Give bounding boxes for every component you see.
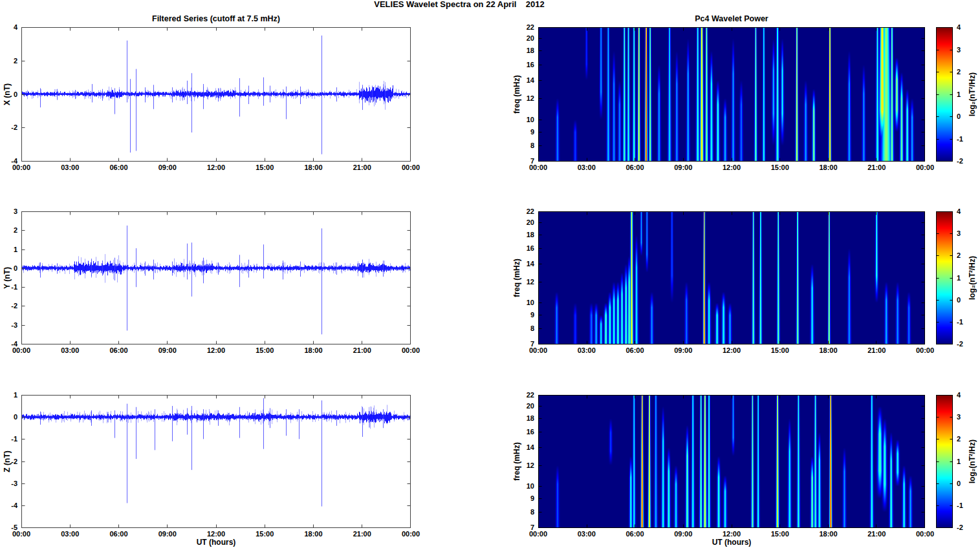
colorbar-tick-label: 3: [957, 414, 961, 421]
time-tick-label: 03:00: [61, 531, 79, 538]
time-tick-label: 00:00: [916, 164, 934, 171]
freq-tick-label: 9: [511, 128, 534, 135]
time-tick-label: 00:00: [916, 531, 934, 538]
time-tick-label: 12:00: [723, 531, 741, 538]
freq-tick-label: 10: [511, 299, 534, 306]
time-tick-label: 21:00: [353, 347, 371, 354]
y-tick-label: 0: [0, 414, 17, 421]
y-tick-label: -4: [0, 502, 17, 509]
time-tick-label: 09:00: [674, 164, 692, 171]
freq-tick-label: 12: [511, 94, 534, 101]
time-tick-label: 03:00: [578, 164, 596, 171]
time-tick-label: 00:00: [529, 347, 547, 354]
freq-tick-label: 14: [511, 260, 534, 267]
colorbar-tick-label: 0: [957, 113, 961, 120]
time-tick-label: 06:00: [109, 531, 127, 538]
colorbar-tick-label: -1: [957, 502, 963, 509]
colorbar-tick-label: 2: [957, 252, 961, 259]
time-tick-label: 18:00: [819, 531, 837, 538]
freq-tick-label: 16: [511, 61, 534, 68]
freq-tick-label: 7: [511, 341, 534, 348]
time-tick-label: 03:00: [578, 531, 596, 538]
colorbar-tick-label: 4: [957, 392, 961, 399]
freq-tick-label: 20: [511, 219, 534, 226]
time-tick-label: 00:00: [12, 347, 30, 354]
colorbar-tick-label: -2: [957, 158, 963, 165]
colorbar-tick-label: 0: [957, 296, 961, 303]
time-tick-label: 18:00: [819, 164, 837, 171]
colorbar-label-1: log₂(nT²/Hz): [968, 72, 976, 116]
freq-tick-label: 10: [511, 116, 534, 123]
freq-tick-label: 16: [511, 245, 534, 252]
freq-tick-label: 22: [511, 208, 534, 215]
time-tick-label: 21:00: [867, 164, 886, 171]
freq-tick-label: 7: [511, 158, 534, 165]
time-tick-label: 06:00: [109, 164, 127, 171]
freq-tick-label: 20: [511, 403, 534, 410]
time-tick-label: 15:00: [771, 164, 789, 171]
time-tick-label: 12:00: [207, 531, 225, 538]
colorbar-tick-label: -1: [957, 135, 963, 142]
time-tick-label: 12:00: [723, 347, 741, 354]
time-tick-label: 15:00: [771, 347, 789, 354]
time-tick-label: 03:00: [578, 347, 596, 354]
left-column-title: Filtered Series (cutoff at 7.5 mHz): [152, 15, 280, 23]
colorbar-tick-label: 4: [957, 208, 961, 215]
y-tick-label: -3: [0, 480, 17, 487]
colorbar-z: [936, 395, 953, 528]
time-tick-label: 03:00: [61, 164, 79, 171]
time-tick-label: 18:00: [304, 164, 322, 171]
freq-tick-label: 7: [511, 524, 534, 531]
time-tick-label: 09:00: [158, 164, 177, 171]
figure-title: VELIES Wavelet Spectra on 22 April 2012: [374, 0, 544, 8]
time-tick-label: 15:00: [256, 531, 274, 538]
time-tick-label: 09:00: [158, 531, 177, 538]
y-tick-label: -2: [0, 302, 17, 310]
time-tick-label: 09:00: [674, 531, 692, 538]
figure: VELIES Wavelet Spectra on 22 April 2012 …: [0, 0, 980, 550]
freq-tick-label: 9: [511, 495, 534, 502]
colorbar-tick-label: 2: [957, 436, 961, 443]
y-tick-label: 2: [0, 227, 17, 234]
y-tick-label: -1: [0, 436, 17, 443]
y-tick-label: 4: [0, 24, 17, 31]
time-tick-label: 15:00: [256, 347, 274, 354]
freq-tick-label: 18: [511, 231, 534, 238]
y-tick-label: -4: [0, 158, 17, 165]
colorbar-tick-label: 4: [957, 24, 961, 31]
freq-tick-label: 16: [511, 428, 534, 436]
colorbar-label-3: log₂(nT²/Hz): [968, 439, 976, 483]
colorbar-y: [936, 211, 953, 344]
y-tick-label: 1: [0, 246, 17, 253]
freq-tick-label: 12: [511, 461, 534, 469]
time-tick-label: 06:00: [626, 164, 644, 171]
time-tick-label: 09:00: [158, 347, 177, 354]
right-column-title: Pc4 Wavelet Power: [695, 15, 768, 23]
y-tick-label: 0: [0, 264, 17, 271]
time-tick-label: 00:00: [529, 164, 547, 171]
wavelet-x-spectrogram: [538, 27, 925, 162]
freq-tick-label: 22: [511, 24, 534, 31]
time-tick-label: 15:00: [771, 531, 789, 538]
y-tick-label: -1: [0, 284, 17, 291]
timeseries-x-plot: [21, 27, 411, 162]
freq-tick-label: 22: [511, 392, 534, 399]
time-tick-label: 21:00: [867, 347, 886, 354]
time-tick-label: 00:00: [12, 531, 30, 538]
time-tick-label: 00:00: [402, 164, 420, 171]
time-tick-label: 00:00: [402, 531, 420, 538]
time-tick-label: 00:00: [402, 347, 420, 354]
colorbar-tick-label: 0: [957, 480, 961, 487]
freq-tick-label: 8: [511, 142, 534, 149]
colorbar-tick-label: 1: [957, 458, 961, 465]
time-tick-label: 18:00: [304, 531, 322, 538]
time-tick-label: 21:00: [353, 164, 371, 171]
y-tick-label: 2: [0, 57, 17, 64]
xaxis-label-right: UT (hours): [712, 538, 752, 546]
freq-tick-label: 18: [511, 47, 534, 54]
time-tick-label: 12:00: [723, 164, 741, 171]
wavelet-y-spectrogram: [538, 211, 925, 344]
freq-tick-label: 18: [511, 414, 534, 421]
y-tick-label: -3: [0, 321, 17, 328]
time-tick-label: 18:00: [819, 347, 837, 354]
